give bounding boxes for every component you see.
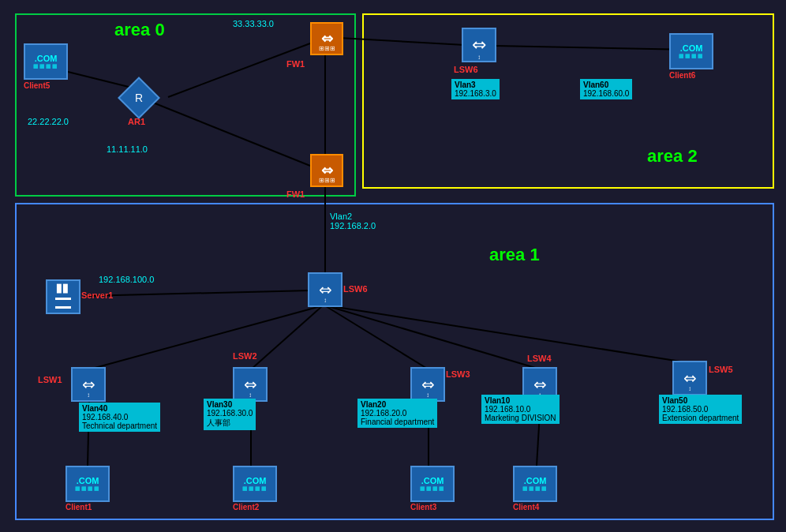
area1-label: area 1 xyxy=(489,245,540,265)
lsw6-top-node[interactable]: ⇔ ↕ xyxy=(462,28,496,62)
area2-label: area 2 xyxy=(647,146,698,167)
svg-rect-0 xyxy=(16,14,355,196)
lsw2-label: LSW2 xyxy=(233,351,257,361)
svg-line-13 xyxy=(328,306,541,369)
server1-node[interactable]: ▊▊ ▬▬ ▬▬ xyxy=(46,279,80,314)
ip-11: 11.11.11.0 xyxy=(107,144,148,154)
ip-33: 33.33.33.0 xyxy=(233,19,274,28)
svg-line-5 xyxy=(168,43,310,97)
lsw6-top-label: LSW6 xyxy=(454,65,478,74)
client5-node[interactable]: .COM ▦▦▦▦ xyxy=(24,43,68,80)
client2-node[interactable]: .COM ▦▦▦▦ xyxy=(233,466,277,502)
vlan40-label: Vlan40 192.168.40.0 Technical department xyxy=(79,403,160,432)
connections-layer xyxy=(0,0,786,532)
vlan30-label: Vlan30 192.168.30.0 人事部 xyxy=(204,399,256,430)
area0-label: area 0 xyxy=(114,20,165,40)
client6-label: Client6 xyxy=(669,71,695,80)
fw1-top-node[interactable]: ⇔ ⊞⊞⊞ xyxy=(310,22,343,55)
svg-line-14 xyxy=(331,306,691,363)
lsw1-node[interactable]: ⇔ ↕ xyxy=(71,367,106,402)
svg-line-7 xyxy=(153,103,310,166)
vlan2-label: Vlan2 192.168.2.0 xyxy=(330,212,376,230)
lsw5-node[interactable]: ⇔ ↕ xyxy=(672,361,707,395)
vlan20-label: Vlan20 192.168.20.0 Financial department xyxy=(357,399,437,428)
vlan50-label: Vlan50 192.168.50.0 Extension department xyxy=(659,395,742,424)
svg-line-4 xyxy=(339,38,479,46)
network-diagram: area 0 area 2 area 1 ⇔ ⊞⊞⊞ FW1 ⇔ ⊞⊞⊞ FW1… xyxy=(0,0,786,532)
client1-label: Client1 xyxy=(66,503,92,511)
fw1-bot-label: FW1 xyxy=(286,189,305,199)
lsw1-label: LSW1 xyxy=(38,375,62,384)
ip-100: 192.168.100.0 xyxy=(99,275,154,284)
lsw3-node[interactable]: ⇔ ↕ xyxy=(410,367,445,402)
svg-line-10 xyxy=(89,306,320,369)
vlan10-label: Vlan10 192.168.10.0 Marketing DIVISION xyxy=(481,395,560,424)
lsw2-node[interactable]: ⇔ ↕ xyxy=(233,367,268,402)
vlan3-label: Vlan3 192.168.3.0 xyxy=(451,79,500,99)
lsw6-main-node[interactable]: ⇔ ↕ xyxy=(308,272,342,307)
client4-node[interactable]: .COM ▦▦▦▦ xyxy=(513,466,557,502)
lsw4-label: LSW4 xyxy=(527,354,552,363)
client3-node[interactable]: .COM ▦▦▦▦ xyxy=(410,466,455,502)
vlan60-label: Vlan60 192.168.60.0 xyxy=(580,79,632,99)
ip-22: 22.22.22.0 xyxy=(28,117,69,126)
svg-line-11 xyxy=(251,306,322,369)
lsw5-label: LSW5 xyxy=(709,365,733,374)
client4-label: Client4 xyxy=(513,503,539,511)
ar1-label: AR1 xyxy=(128,117,145,126)
client5-label: Client5 xyxy=(24,81,50,90)
lsw6-main-label: LSW6 xyxy=(343,284,368,294)
svg-line-19 xyxy=(495,46,691,50)
fw1-top-label: FW1 xyxy=(286,59,305,69)
ar1-node[interactable]: R xyxy=(124,83,154,113)
fw1-bot-node[interactable]: ⇔ ⊞⊞⊞ xyxy=(310,154,343,187)
svg-line-12 xyxy=(326,306,429,369)
server1-label: Server1 xyxy=(81,290,113,300)
client2-label: Client2 xyxy=(233,503,259,511)
client6-node[interactable]: .COM ▦▦▦▦ xyxy=(669,33,713,69)
client1-node[interactable]: .COM ▦▦▦▦ xyxy=(66,466,110,502)
lsw3-label: LSW3 xyxy=(446,369,470,379)
svg-line-9 xyxy=(84,290,310,296)
client3-label: Client3 xyxy=(410,503,436,511)
svg-rect-2 xyxy=(16,204,773,519)
